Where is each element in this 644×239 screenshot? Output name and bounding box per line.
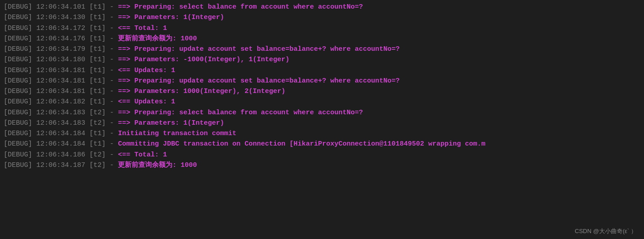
log-line: [DEBUG] 12:06:34.187 [t2] - 更新前查询余额为: 10… (4, 160, 640, 171)
timestamp: 12:06:34.181 (36, 88, 85, 95)
debug-prefix: [DEBUG] (4, 140, 32, 148)
separator: - (110, 77, 114, 85)
thread: [t1] (89, 56, 106, 63)
arrow-out: ==> (118, 14, 130, 21)
log-content: 更新前查询余额为: 1000 (118, 35, 197, 43)
separator: - (110, 35, 114, 43)
log-line: [DEBUG] 12:06:34.184 [t1] - Committing J… (4, 139, 640, 149)
arrow-out: ==> (118, 119, 130, 127)
thread: [t2] (89, 119, 106, 127)
separator: - (110, 161, 114, 169)
log-line: [DEBUG] 12:06:34.176 [t1] - 更新前查询余额为: 10… (4, 34, 640, 44)
debug-prefix: [DEBUG] (4, 24, 32, 32)
log-content: 更新前查询余额为: 1000 (118, 161, 197, 169)
debug-prefix: [DEBUG] (4, 77, 32, 85)
thread: [t1] (89, 98, 106, 106)
log-content: Parameters: 1(Integer) (130, 119, 224, 127)
debug-prefix: [DEBUG] (4, 14, 32, 21)
timestamp: 12:06:34.182 (36, 98, 85, 106)
arrow-in: <== (118, 24, 130, 32)
thread: [t2] (89, 109, 106, 117)
separator: - (110, 45, 114, 53)
log-content: Total: 1 (130, 151, 167, 159)
debug-prefix: [DEBUG] (4, 88, 32, 95)
thread: [t1] (89, 14, 106, 21)
timestamp: 12:06:34.180 (36, 56, 85, 63)
separator: - (110, 109, 114, 117)
thread: [t1] (89, 3, 106, 11)
thread: [t1] (89, 35, 106, 43)
log-line: [DEBUG] 12:06:34.183 [t2] - ==> Paramete… (4, 118, 640, 128)
timestamp: 12:06:34.184 (36, 140, 85, 148)
log-line: [DEBUG] 12:06:34.179 [t1] - ==> Preparin… (4, 44, 640, 54)
arrow-out: ==> (118, 3, 130, 11)
log-content: Total: 1 (130, 24, 167, 32)
thread: [t1] (89, 24, 106, 32)
debug-prefix: [DEBUG] (4, 161, 32, 169)
thread: [t2] (89, 161, 106, 169)
arrow-in: <== (118, 67, 130, 74)
thread: [t1] (89, 67, 106, 74)
separator: - (110, 14, 114, 21)
timestamp: 12:06:34.187 (36, 161, 85, 169)
thread: [t2] (89, 151, 106, 159)
timestamp: 12:06:34.181 (36, 67, 85, 74)
log-line: [DEBUG] 12:06:34.180 [t1] - ==> Paramete… (4, 54, 640, 65)
arrow-out: ==> (118, 88, 130, 95)
timestamp: 12:06:34.183 (36, 119, 85, 127)
timestamp: 12:06:34.181 (36, 77, 85, 85)
log-content: Updates: 1 (130, 67, 175, 74)
debug-prefix: [DEBUG] (4, 109, 32, 117)
separator: - (110, 151, 114, 159)
log-line: [DEBUG] 12:06:34.181 [t1] - ==> Paramete… (4, 86, 640, 97)
timestamp: 12:06:34.130 (36, 14, 85, 21)
timestamp: 12:06:34.101 (36, 3, 85, 11)
log-line: [DEBUG] 12:06:34.130 [t1] - ==> Paramete… (4, 12, 640, 23)
separator: - (110, 24, 114, 32)
arrow-in: <== (118, 98, 130, 106)
debug-prefix: [DEBUG] (4, 67, 32, 74)
arrow-out: ==> (118, 109, 130, 117)
log-content: Updates: 1 (130, 98, 175, 106)
log-line: [DEBUG] 12:06:34.182 [t1] - <== Updates:… (4, 97, 640, 107)
log-line: [DEBUG] 12:06:34.101 [t1] - ==> Preparin… (4, 2, 640, 12)
watermark: CSDN @大小曲奇(ε` ） (575, 227, 637, 235)
thread: [t1] (89, 77, 106, 85)
log-content: Committing JDBC transaction on Connectio… (118, 140, 485, 148)
separator: - (110, 130, 114, 137)
arrow-out: ==> (118, 56, 130, 63)
log-line: [DEBUG] 12:06:34.184 [t1] - Initiating t… (4, 128, 640, 139)
timestamp: 12:06:34.176 (36, 35, 85, 43)
thread: [t1] (89, 140, 106, 148)
thread: [t1] (89, 88, 106, 95)
log-content: Initiating transaction commit (118, 130, 236, 137)
separator: - (110, 88, 114, 95)
debug-prefix: [DEBUG] (4, 35, 32, 43)
log-line: [DEBUG] 12:06:34.181 [t1] - ==> Preparin… (4, 76, 640, 86)
thread: [t1] (89, 45, 106, 53)
arrow-out: ==> (118, 45, 130, 53)
log-content: Preparing: select balance from account w… (130, 3, 363, 11)
debug-prefix: [DEBUG] (4, 130, 32, 137)
timestamp: 12:06:34.172 (36, 24, 85, 32)
debug-prefix: [DEBUG] (4, 119, 32, 127)
thread: [t1] (89, 130, 106, 137)
arrow-in: <== (118, 151, 130, 159)
debug-prefix: [DEBUG] (4, 56, 32, 63)
log-content: Preparing: select balance from account w… (130, 109, 363, 117)
separator: - (110, 98, 114, 106)
debug-prefix: [DEBUG] (4, 98, 32, 106)
log-content: Parameters: -1000(Integer), 1(Integer) (130, 56, 289, 63)
separator: - (110, 3, 114, 11)
log-line: [DEBUG] 12:06:34.172 [t1] - <== Total: 1 (4, 23, 640, 34)
timestamp: 12:06:34.183 (36, 109, 85, 117)
log-content: Preparing: update account set balance=ba… (130, 45, 400, 53)
separator: - (110, 119, 114, 127)
log-content: Preparing: update account set balance=ba… (130, 77, 400, 85)
log-line: [DEBUG] 12:06:34.181 [t1] - <== Updates:… (4, 65, 640, 76)
log-content: Parameters: 1(Integer) (130, 14, 224, 21)
separator: - (110, 140, 114, 148)
separator: - (110, 67, 114, 74)
log-line: [DEBUG] 12:06:34.186 [t2] - <== Total: 1 (4, 150, 640, 160)
timestamp: 12:06:34.184 (36, 130, 85, 137)
